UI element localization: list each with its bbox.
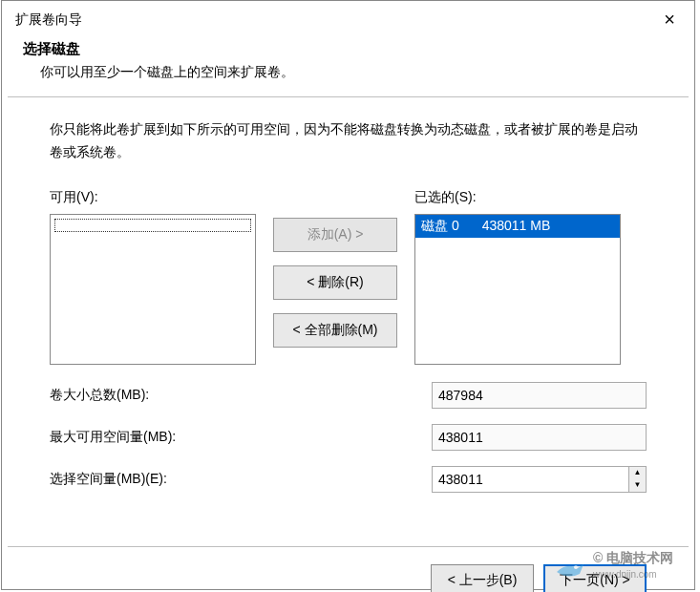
add-button: 添加(A) > [273, 218, 397, 252]
select-space-label: 选择空间量(MB)(E): [50, 471, 432, 488]
available-column: 可用(V): [50, 189, 256, 365]
page-title: 选择磁盘 [23, 40, 673, 58]
selected-listbox[interactable]: 磁盘 0 438011 MB [414, 214, 621, 365]
list-item[interactable]: 磁盘 0 438011 MB [415, 215, 620, 238]
remove-button[interactable]: < 删除(R) [273, 265, 397, 300]
close-icon[interactable]: × [658, 9, 681, 31]
list-item-size: 438011 MB [482, 218, 551, 235]
max-available-field [432, 424, 647, 451]
transfer-buttons: 添加(A) > < 删除(R) < 全部删除(M) [273, 189, 397, 348]
window-title: 扩展卷向导 [15, 11, 82, 29]
back-button[interactable]: < 上一步(B) [431, 564, 534, 592]
select-space-spinner[interactable]: ▲ ▼ [432, 466, 647, 493]
select-space-input[interactable] [433, 467, 628, 492]
selected-column: 已选的(S): 磁盘 0 438011 MB [414, 189, 621, 365]
total-size-row: 卷大小总数(MB): [50, 382, 647, 409]
max-available-label: 最大可用空间量(MB): [50, 429, 432, 446]
remove-all-button[interactable]: < 全部删除(M) [273, 313, 397, 348]
total-size-label: 卷大小总数(MB): [50, 387, 432, 404]
page-description: 你可以用至少一个磁盘上的空间来扩展卷。 [23, 64, 673, 81]
next-button[interactable]: 下一页(N) > [543, 564, 647, 592]
available-listbox[interactable] [50, 214, 256, 365]
total-size-field [432, 382, 647, 409]
available-label: 可用(V): [50, 189, 256, 206]
max-available-row: 最大可用空间量(MB): [50, 424, 647, 451]
select-space-row: 选择空间量(MB)(E): ▲ ▼ [50, 466, 647, 493]
wizard-header: 选择磁盘 你可以用至少一个磁盘上的空间来扩展卷。 [2, 34, 694, 96]
wizard-body: 你只能将此卷扩展到如下所示的可用空间，因为不能将磁盘转换为动态磁盘，或者被扩展的… [2, 97, 694, 518]
wizard-window: 扩展卷向导 × 选择磁盘 你可以用至少一个磁盘上的空间来扩展卷。 你只能将此卷扩… [1, 0, 695, 590]
wizard-footer: < 上一步(B) 下一页(N) > [2, 547, 694, 592]
spinner-buttons: ▲ ▼ [628, 467, 646, 492]
list-item-disk: 磁盘 0 [421, 218, 459, 235]
spinner-down-icon[interactable]: ▼ [629, 479, 646, 492]
listbox-focus-rect [54, 219, 251, 232]
selected-label: 已选的(S): [414, 189, 621, 206]
titlebar: 扩展卷向导 × [2, 1, 694, 34]
disk-selection-area: 可用(V): 添加(A) > < 删除(R) < 全部删除(M) 已选的(S):… [50, 189, 647, 365]
info-text: 你只能将此卷扩展到如下所示的可用空间，因为不能将磁盘转换为动态磁盘，或者被扩展的… [50, 118, 647, 164]
spinner-up-icon[interactable]: ▲ [629, 467, 646, 479]
